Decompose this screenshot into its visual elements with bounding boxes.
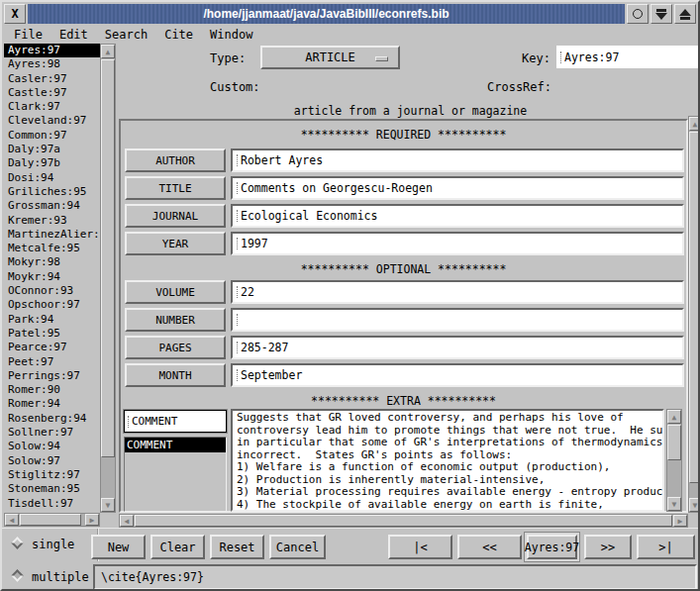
- comment-textarea[interactable]: Suggests that GR loved controversy, and …: [231, 409, 664, 512]
- textarea-scrollbar[interactable]: ▲ ▼: [666, 409, 682, 512]
- reference-list-item[interactable]: Clark:97: [4, 100, 100, 114]
- window-maximize-button[interactable]: [674, 4, 696, 24]
- reference-list-item[interactable]: Cleveland:97: [4, 114, 100, 128]
- author-input[interactable]: Robert Ayres: [231, 148, 684, 172]
- reference-list-item[interactable]: Tisdell:97: [4, 497, 100, 511]
- reference-list-item[interactable]: Pearce:97: [4, 341, 100, 354]
- month-input[interactable]: September: [231, 363, 684, 387]
- volume-input[interactable]: 22: [231, 280, 684, 304]
- key-input[interactable]: Ayres:97: [556, 46, 698, 68]
- reference-list-item[interactable]: Casler:97: [4, 72, 100, 86]
- scroll-right-icon[interactable]: ▶: [673, 515, 687, 527]
- scroll-right-icon[interactable]: ▶: [85, 514, 99, 526]
- reference-list-item[interactable]: Griliches:95: [4, 185, 100, 199]
- single-radio-label[interactable]: single: [32, 538, 74, 551]
- nav-next-button[interactable]: >>: [584, 535, 632, 559]
- single-radio[interactable]: [11, 537, 24, 549]
- reference-list-item[interactable]: MartinezAlier:9: [4, 228, 100, 242]
- window-menu-button[interactable]: [627, 4, 649, 24]
- journal-input[interactable]: Ecological Economics: [231, 204, 684, 228]
- author-field-label[interactable]: AUTHOR: [125, 148, 226, 172]
- menu-window[interactable]: Window: [210, 28, 252, 42]
- new-button[interactable]: New: [91, 535, 146, 559]
- extra-field-list-item[interactable]: COMMENT: [125, 438, 226, 452]
- journal-field-label[interactable]: JOURNAL: [125, 204, 226, 228]
- menu-file[interactable]: File: [14, 28, 43, 42]
- reference-list-item[interactable]: Perrings:97: [4, 369, 100, 383]
- number-input[interactable]: [231, 308, 684, 332]
- multiple-radio[interactable]: [11, 569, 24, 582]
- reference-list-item[interactable]: Daly:97a: [4, 143, 100, 156]
- list-hscrollbar-thumb[interactable]: [20, 514, 81, 526]
- menu-search[interactable]: Search: [105, 28, 148, 42]
- window-close-button[interactable]: X: [4, 4, 26, 24]
- scroll-down-icon[interactable]: ▼: [689, 498, 700, 512]
- cancel-button[interactable]: Cancel: [269, 535, 326, 559]
- list-horizontal-scrollbar[interactable]: ◀ ▶: [4, 513, 100, 527]
- scroll-down-icon[interactable]: ▼: [667, 497, 681, 511]
- nav-prev-button[interactable]: <<: [457, 535, 522, 559]
- textarea-scrollbar-thumb[interactable]: [667, 425, 681, 460]
- reference-list-item[interactable]: Castle:97: [4, 86, 100, 100]
- list-scrollbar-thumb[interactable]: [101, 59, 115, 457]
- scroll-up-icon[interactable]: ▲: [689, 117, 700, 131]
- extra-section-header: ********** EXTRA **********: [121, 394, 686, 408]
- reference-list-item[interactable]: Mokyr:98: [4, 255, 100, 269]
- reference-list-item[interactable]: Peet:97: [4, 355, 100, 369]
- text-cursor: [237, 314, 239, 326]
- menu-edit[interactable]: Edit: [59, 28, 88, 42]
- reference-list-item[interactable]: Romer:94: [4, 397, 100, 411]
- reference-list-item[interactable]: Metcalfe:95: [4, 242, 100, 255]
- reference-list-item[interactable]: OConnor:93: [4, 284, 100, 298]
- reference-list-item[interactable]: Patel:95: [4, 327, 100, 341]
- title-field-label[interactable]: TITLE: [125, 176, 226, 200]
- reference-list-item[interactable]: Dosi:94: [4, 171, 100, 185]
- reference-list-item[interactable]: Solow:94: [4, 440, 100, 453]
- reference-list-item[interactable]: Ayres:98: [4, 57, 100, 71]
- reference-list-item[interactable]: Opschoor:97: [4, 298, 100, 312]
- extra-field-combo-input[interactable]: COMMENT: [124, 410, 227, 433]
- scroll-up-icon[interactable]: ▲: [101, 45, 115, 58]
- nav-first-button[interactable]: |<: [388, 535, 452, 559]
- reference-list-item[interactable]: Solow:97: [4, 454, 100, 468]
- form-horizontal-scrollbar[interactable]: ◀ ▶: [119, 514, 688, 528]
- reference-list-item[interactable]: Stiglitz:97: [4, 468, 100, 482]
- window-shade-button[interactable]: [650, 4, 672, 24]
- reference-list-item[interactable]: Kremer:93: [4, 214, 100, 228]
- pages-input[interactable]: 285-287: [231, 336, 684, 359]
- multiple-radio-label[interactable]: multiple: [32, 570, 89, 584]
- year-input[interactable]: 1997: [231, 232, 684, 255]
- scroll-up-icon[interactable]: ▲: [667, 410, 681, 424]
- pages-field-label[interactable]: PAGES: [125, 336, 226, 359]
- window-title[interactable]: /home/jjanmaat/java/JavaBibIII/econrefs.…: [28, 4, 625, 24]
- title-input[interactable]: Comments on Georgescu-Roegen: [231, 176, 684, 200]
- menu-cite[interactable]: Cite: [164, 28, 193, 42]
- cite-command-input[interactable]: \cite{Ayres:97}: [93, 564, 697, 590]
- scroll-down-icon[interactable]: ▼: [101, 498, 115, 512]
- reset-button[interactable]: Reset: [210, 535, 264, 559]
- scroll-left-icon[interactable]: ◀: [5, 514, 19, 526]
- reference-list-item[interactable]: Rosenberg:94: [4, 412, 100, 426]
- nav-last-button[interactable]: >|: [637, 535, 695, 559]
- reference-list-item[interactable]: Moykr:94: [4, 270, 100, 284]
- month-field-label[interactable]: MONTH: [125, 363, 226, 387]
- reference-list-item[interactable]: Sollner:97: [4, 426, 100, 440]
- reference-list-item[interactable]: Romer:90: [4, 383, 100, 397]
- volume-field-label[interactable]: VOLUME: [125, 280, 226, 304]
- form-scrollbar-thumb[interactable]: [689, 132, 700, 483]
- year-field-label[interactable]: YEAR: [125, 232, 226, 255]
- clear-button[interactable]: Clear: [150, 535, 205, 559]
- form-vertical-scrollbar[interactable]: ▲ ▼: [688, 116, 700, 513]
- nav-current-button[interactable]: Ayres:97: [527, 535, 577, 559]
- number-field-label[interactable]: NUMBER: [125, 308, 226, 332]
- reference-list-item[interactable]: Common:97: [4, 129, 100, 143]
- type-option-menu[interactable]: ARTICLE: [260, 46, 400, 69]
- reference-list-item[interactable]: Ayres:97: [4, 44, 100, 57]
- list-vertical-scrollbar[interactable]: ▲ ▼: [100, 44, 116, 513]
- reference-list-item[interactable]: Stoneman:95: [4, 482, 100, 496]
- reference-list-item[interactable]: Grossman:94: [4, 199, 100, 213]
- reference-list-item[interactable]: Daly:97b: [4, 156, 100, 170]
- reference-list-item[interactable]: Park:94: [4, 313, 100, 327]
- form-hscrollbar-thumb[interactable]: [135, 515, 672, 527]
- scroll-left-icon[interactable]: ◀: [120, 515, 134, 527]
